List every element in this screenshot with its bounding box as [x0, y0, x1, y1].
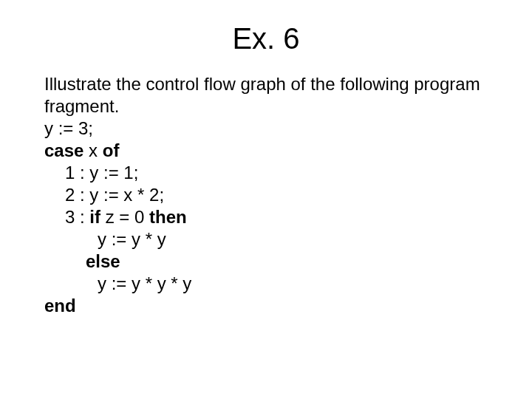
slide-title: Ex. 6: [44, 22, 488, 55]
slide: Ex. 6 Illustrate the control flow graph …: [0, 0, 532, 399]
code-line-case: case x of: [44, 140, 488, 162]
if-cond: z = 0: [100, 207, 149, 227]
kw-case: case: [44, 140, 83, 160]
kw-of: of: [103, 140, 120, 160]
kw-if: if: [89, 207, 100, 227]
instruction-text: Illustrate the control flow graph of the…: [44, 73, 488, 117]
code-line-end: end: [44, 295, 488, 317]
code-line-case1: 1 : y := 1;: [44, 162, 488, 184]
code-line-else-body: y := y * y * y: [44, 273, 488, 295]
code-line-else: else: [44, 250, 488, 273]
code-line-case3: 3 : if z = 0 then: [44, 206, 488, 228]
case-var: x: [83, 140, 102, 160]
kw-end: end: [44, 296, 76, 316]
kw-then: then: [149, 207, 187, 227]
code-line-assign: y := 3;: [44, 117, 488, 140]
case3-prefix: 3 :: [65, 207, 89, 227]
code-line-then: y := y * y: [44, 228, 488, 250]
kw-else: else: [86, 251, 120, 271]
slide-body: Illustrate the control flow graph of the…: [44, 73, 488, 317]
code-line-case2: 2 : y := x * 2;: [44, 184, 488, 206]
